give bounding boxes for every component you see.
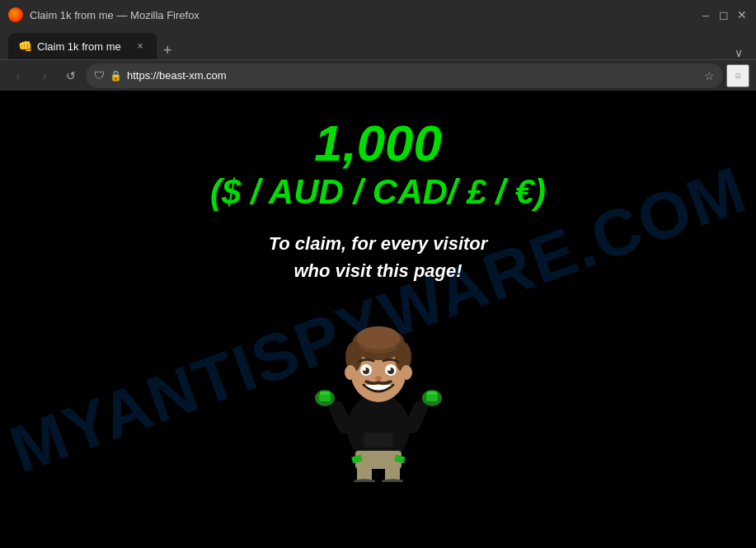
svg-point-32	[375, 376, 382, 381]
tab-bar: 👊 Claim 1k from me × + ∨	[0, 30, 756, 59]
url-text: https://beast-xm.com	[127, 69, 699, 82]
browser-chrome: Claim 1k from me — Mozilla Firefox – ◻ ✕…	[0, 0, 756, 91]
currency-display: ($ / AUD / CAD/ £ / €)	[210, 171, 546, 213]
title-bar: Claim 1k from me — Mozilla Firefox – ◻ ✕	[0, 0, 756, 30]
title-bar-left: Claim 1k from me — Mozilla Firefox	[8, 7, 200, 22]
forward-button[interactable]: ›	[33, 64, 56, 87]
svg-rect-1	[364, 433, 393, 447]
character-illustration	[312, 309, 444, 482]
active-tab[interactable]: 👊 Claim 1k from me ×	[8, 33, 157, 59]
svg-point-25	[357, 326, 400, 349]
svg-rect-8	[382, 480, 403, 482]
back-button[interactable]: ‹	[7, 64, 30, 87]
svg-point-31	[387, 368, 391, 371]
svg-point-34	[401, 365, 412, 380]
claim-line2: who visit this page!	[293, 260, 462, 281]
bookmark-icon[interactable]: ☆	[704, 69, 715, 82]
claim-text: To claim, for every visitor who visit th…	[269, 230, 488, 284]
svg-rect-12	[320, 391, 330, 395]
window-title: Claim 1k from me — Mozilla Firefox	[30, 9, 200, 21]
new-tab-button[interactable]: +	[157, 42, 179, 59]
claim-line1: To claim, for every visitor	[269, 233, 488, 254]
maximize-button[interactable]: ◻	[718, 9, 730, 21]
tab-close-button[interactable]: ×	[134, 40, 147, 53]
close-button[interactable]: ✕	[736, 9, 748, 21]
url-bar[interactable]: 🛡 🔒 https://beast-xm.com ☆	[86, 63, 723, 88]
amount-display: 1,000	[314, 115, 442, 171]
menu-button[interactable]: ≡	[726, 64, 749, 87]
page-content: MYANTISPYWARE.COM 1,000 ($ / AUD / CAD/ …	[0, 91, 756, 548]
tab-menu-button[interactable]: ∨	[730, 46, 748, 59]
title-bar-controls: – ◻ ✕	[700, 9, 748, 21]
lock-icon: 🔒	[110, 70, 122, 82]
svg-rect-16	[427, 391, 437, 395]
svg-point-30	[363, 368, 366, 371]
firefox-logo-icon	[8, 7, 23, 22]
svg-point-33	[345, 365, 356, 380]
minimize-button[interactable]: –	[700, 9, 711, 21]
content-inner: 1,000 ($ / AUD / CAD/ £ / €) To claim, f…	[210, 115, 546, 482]
character-svg	[312, 309, 444, 482]
navigation-bar: ‹ › ↺ 🛡 🔒 https://beast-xm.com ☆ ≡	[0, 59, 756, 91]
svg-rect-6	[354, 480, 375, 482]
tab-emoji-icon: 👊	[18, 40, 32, 53]
refresh-button[interactable]: ↺	[59, 64, 82, 87]
tab-label: Claim 1k from me	[37, 40, 129, 53]
shield-icon: 🛡	[94, 69, 105, 82]
